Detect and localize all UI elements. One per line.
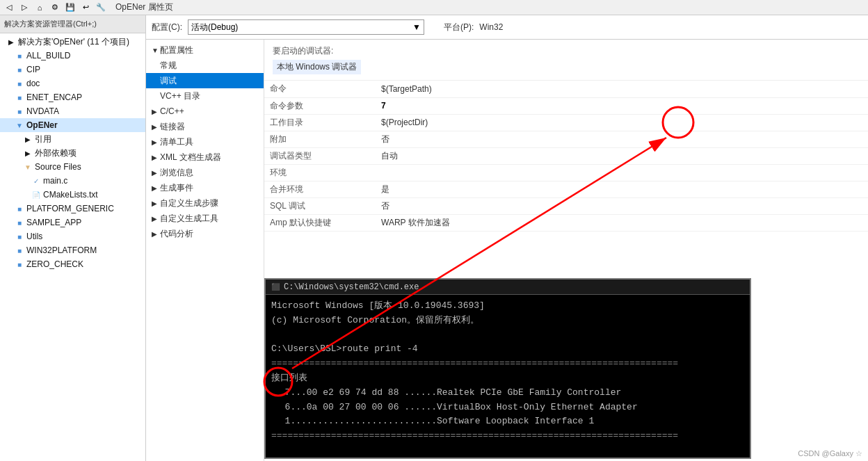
prop-name: 附加 xyxy=(264,131,376,147)
tree-ref[interactable]: ▶ 引用 xyxy=(0,132,145,146)
prop-name: SQL 调试 xyxy=(264,197,376,214)
tree-cmake[interactable]: 📄 CMakeLists.txt xyxy=(0,188,145,202)
txt-file-icon: 📄 xyxy=(31,189,42,200)
tree-item-label: WIN32PLATFORM xyxy=(26,245,97,255)
back-btn[interactable]: ◁ xyxy=(3,1,15,14)
config-dropdown[interactable]: 活动(Debug) ▼ xyxy=(188,19,424,35)
props-tree-general[interactable]: 常规 xyxy=(146,58,264,73)
table-row: 附加 否 xyxy=(264,131,868,147)
cmd-line xyxy=(271,444,744,458)
prop-value: $(TargetPath) xyxy=(376,81,868,97)
config-row: 配置(C): 活动(Debug) ▼ 平台(P): Win32 xyxy=(152,19,862,35)
expand-icon: ▶ xyxy=(152,230,160,238)
debugger-value: 本地 Windows 调试器 xyxy=(273,60,361,74)
tree-NVDATA[interactable]: ■ NVDATA xyxy=(0,104,145,118)
tree-item-label: NVDATA xyxy=(26,106,59,116)
undo-btn[interactable]: ↩ xyxy=(79,1,92,14)
table-row: 环境 xyxy=(264,164,868,181)
tree-item-label: SAMPLE_APP xyxy=(26,218,81,227)
settings-btn[interactable]: ⚙ xyxy=(49,1,61,14)
expand-icon: ▶ xyxy=(152,154,160,161)
tree-label: 代码分析 xyxy=(160,228,193,240)
project-icon: ■ xyxy=(14,231,25,242)
extdep-icon: ▶ xyxy=(22,147,33,159)
props-tree-vcpp[interactable]: VC++ 目录 xyxy=(146,88,264,104)
home-btn[interactable]: ⌂ xyxy=(33,1,46,14)
props-tree-linker[interactable]: ▶ 链接器 xyxy=(146,119,264,134)
ref-icon: ▶ xyxy=(22,134,33,145)
tree-ENET_ENCAP[interactable]: ■ ENET_ENCAP xyxy=(0,90,145,104)
expand-icon: ▶ xyxy=(152,169,160,177)
tree-SAMPLE_APP[interactable]: ■ SAMPLE_APP xyxy=(0,216,145,229)
top-toolbar: ◁ ▷ ⌂ ⚙ 💾 ↩ 🔧 OpENer 属性页 xyxy=(0,0,868,15)
props-tree-cpp[interactable]: ▶ C/C++ xyxy=(146,104,264,119)
props-header: 配置(C): 活动(Debug) ▼ 平台(P): Win32 xyxy=(146,15,868,40)
platform-label: 平台(P): xyxy=(444,22,474,33)
cmd-line: C:\Users\BSL>route print -4 xyxy=(271,342,744,357)
project-icon: ▼ xyxy=(14,120,25,131)
prop-value: 否 xyxy=(376,197,868,214)
tree-label: 清单工具 xyxy=(160,136,193,148)
tree-item-label: main.c xyxy=(43,176,67,186)
tree-WIN32PLATFORM[interactable]: ■ WIN32PLATFORM xyxy=(0,243,145,257)
prop-name: 合并环境 xyxy=(264,181,376,197)
tree-label: 浏览信息 xyxy=(160,167,193,179)
props-tree-debug[interactable]: 调试 xyxy=(146,73,264,88)
tree-item-label: ENET_ENCAP xyxy=(26,92,82,102)
tree-item-label: CIP xyxy=(26,65,40,74)
prop-name: 命令参数 xyxy=(264,97,376,114)
cmd-separator: ========================================… xyxy=(271,357,744,371)
tree-item-label: Source Files xyxy=(35,162,81,172)
platform-value: Win32 xyxy=(479,22,503,32)
debugger-section: 要启动的调试器: 本地 Windows 调试器 xyxy=(264,40,868,81)
cmd-line xyxy=(271,328,744,343)
prop-name: 环境 xyxy=(264,164,376,181)
tree-main-c[interactable]: ✓ main.c xyxy=(0,174,145,188)
project-icon: ■ xyxy=(14,64,25,75)
table-row: SQL 调试 否 xyxy=(264,197,868,214)
tree-ALL_BUILD[interactable]: ■ ALL_BUILD xyxy=(0,49,145,63)
tree-Utils[interactable]: ■ Utils xyxy=(0,229,145,243)
props-tree-custom-tools[interactable]: ▶ 自定义生成工具 xyxy=(146,211,264,226)
tree-doc[interactable]: ■ doc xyxy=(0,76,145,90)
expand-icon: ▶ xyxy=(152,123,160,131)
tree-label: 调试 xyxy=(160,75,177,87)
project-icon: ■ xyxy=(14,245,25,256)
tree-PLATFORM_GENERIC[interactable]: ■ PLATFORM_GENERIC xyxy=(0,202,145,216)
props-tree-code-analysis[interactable]: ▶ 代码分析 xyxy=(146,226,264,241)
tree-CIP[interactable]: ■ CIP xyxy=(0,63,145,76)
props-tree-xml[interactable]: ▶ XML 文档生成器 xyxy=(146,149,264,165)
save-btn[interactable]: 💾 xyxy=(64,1,77,14)
tree-OpENer[interactable]: ▼ OpENer xyxy=(0,118,145,132)
tree-label: 链接器 xyxy=(160,121,185,133)
props-tree-buildevents[interactable]: ▶ 生成事件 xyxy=(146,180,264,195)
cmd-line: (c) Microsoft Corporation。保留所有权利。 xyxy=(271,314,744,328)
expand-icon: ▶ xyxy=(152,138,160,146)
cmd-line: 7...00 e2 69 74 dd 88 ......Realtek PCIe… xyxy=(271,386,744,401)
tree-item-label: OpENer xyxy=(26,120,58,130)
tools-btn[interactable]: 🔧 xyxy=(95,1,107,14)
solution-tree: ▶ 解决方案'OpENer' (11 个项目) ■ ALL_BUILD ■ CI… xyxy=(0,33,145,461)
props-tree-config-props[interactable]: ▼ 配置属性 xyxy=(146,42,264,58)
tree-extdeps[interactable]: ▶ 外部依赖项 xyxy=(0,146,145,160)
tree-label: C/C++ xyxy=(160,106,184,116)
c-file-icon: ✓ xyxy=(31,175,42,186)
props-tree-custom-steps[interactable]: ▶ 自定义生成步骤 xyxy=(146,195,264,211)
props-tree: ▼ 配置属性 常规 调试 VC++ 目录 ▶ C/C++ ▶ xyxy=(146,40,264,461)
dropdown-arrow-icon: ▼ xyxy=(412,22,421,32)
forward-btn[interactable]: ▷ xyxy=(18,1,31,14)
props-tree-browser[interactable]: ▶ 浏览信息 xyxy=(146,165,264,180)
prop-value: 自动 xyxy=(376,147,868,164)
tree-ZERO_CHECK[interactable]: ■ ZERO_CHECK xyxy=(0,257,145,271)
tree-solution[interactable]: ▶ 解决方案'OpENer' (11 个项目) xyxy=(0,35,145,49)
tree-label: VC++ 目录 xyxy=(160,90,200,102)
debugger-label: 要启动的调试器: xyxy=(273,45,860,57)
prop-value xyxy=(376,164,868,181)
solution-explorer-title: 解决方案资源管理器(Ctrl+;) xyxy=(0,15,145,33)
cmd-line: 接口列表 xyxy=(271,371,744,386)
watermark: CSDN @Galaxy ☆ xyxy=(798,449,862,458)
tree-label: 常规 xyxy=(160,60,177,72)
prop-name: Amp 默认快捷键 xyxy=(264,214,376,231)
props-tree-manifest[interactable]: ▶ 清单工具 xyxy=(146,134,264,149)
tree-source-files[interactable]: ▼ Source Files xyxy=(0,160,145,174)
